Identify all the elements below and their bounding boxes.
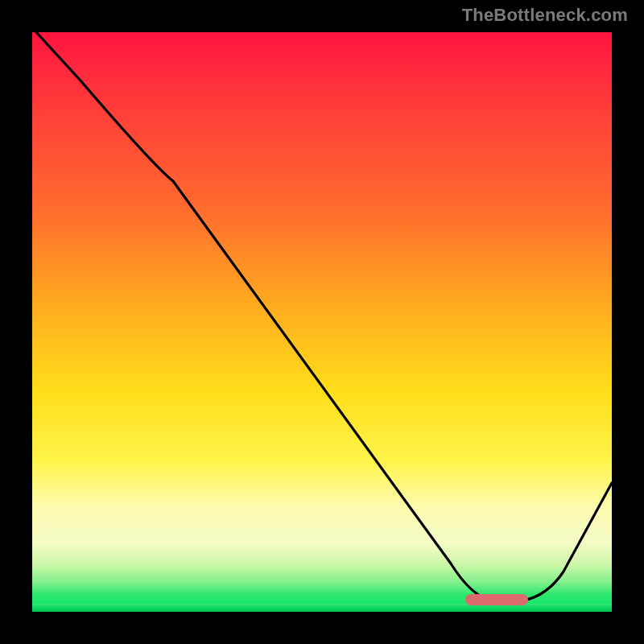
watermark-text: TheBottleneck.com	[462, 5, 628, 26]
bottleneck-curve	[32, 32, 612, 612]
plot-frame	[26, 26, 618, 618]
curve-path	[36, 32, 612, 601]
plot-area	[32, 32, 612, 612]
optimal-range-marker	[465, 594, 528, 605]
